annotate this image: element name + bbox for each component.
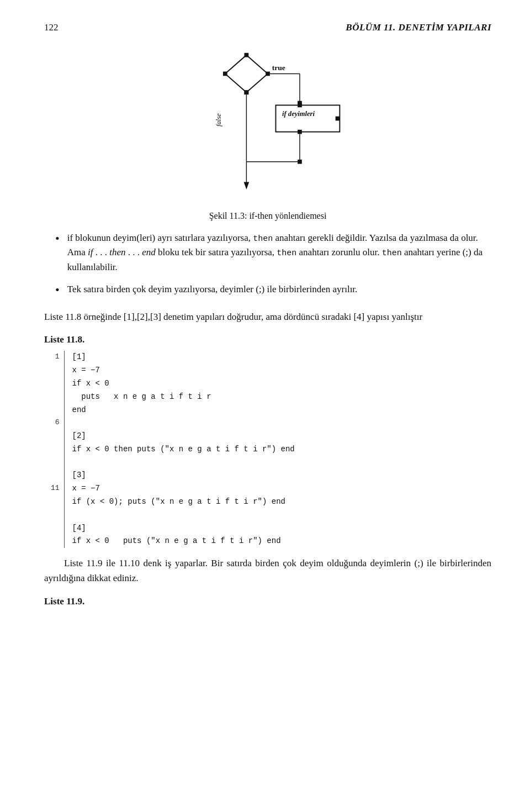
figure-caption: Şekil 11.3: if-then yönlendiemesi — [209, 211, 327, 221]
page-header: 122 BÖLÜM 11. DENETİM YAPILARI — [44, 22, 491, 33]
paragraph-2: Liste 11.9 ile 11.10 denk iş yaparlar. B… — [44, 556, 491, 586]
list-item: • if blokunun deyim(leri) ayrı satırlara… — [55, 231, 491, 275]
code-cell: end — [64, 404, 491, 417]
bullet-text-1: if blokunun deyim(leri) ayrı satırlara y… — [67, 231, 491, 275]
listing-1-label: Liste 11.8. — [44, 334, 491, 345]
code-cell: x = −7 — [64, 482, 491, 495]
svg-marker-21 — [244, 182, 250, 189]
listing-2-label: Liste 11.9. — [44, 596, 491, 607]
code-cell: if x < 0 puts ("x n e g a t i f t i r") … — [64, 535, 491, 548]
svg-rect-13 — [298, 130, 302, 134]
line-number — [44, 522, 64, 535]
bullet-list: • if blokunun deyim(leri) ayrı satırlara… — [55, 231, 491, 299]
code-cell: puts x n e g a t i f t i r — [64, 391, 491, 404]
flowchart-diagram: true if deyimleri false — [190, 50, 345, 204]
svg-text:if deyimleri: if deyimleri — [282, 110, 315, 118]
svg-rect-19 — [245, 90, 249, 94]
svg-text:true: true — [272, 64, 285, 72]
line-number: 11 — [44, 482, 64, 495]
code-cell — [64, 509, 491, 522]
bullet-text-2: Tek satıra birden çok deyim yazılıyorsa,… — [67, 282, 491, 297]
line-number — [44, 495, 64, 509]
line-number — [44, 391, 64, 404]
page-number: 122 — [44, 22, 59, 33]
code-cell: [1] — [64, 351, 491, 364]
code-row: if x < 0 — [44, 377, 491, 391]
code-row: [2] — [44, 430, 491, 443]
code-cell: if x < 0 — [64, 377, 491, 391]
line-number — [44, 456, 64, 470]
code-cell — [64, 416, 491, 430]
code-row: 6 — [44, 416, 491, 430]
svg-marker-0 — [225, 55, 268, 93]
code-row: end — [44, 404, 491, 417]
code-cell — [64, 456, 491, 470]
line-number — [44, 404, 64, 417]
paragraph-1: Liste 11.8 örneğinde [1],[2],[3] denetim… — [44, 309, 491, 324]
svg-rect-4 — [223, 72, 227, 76]
line-number — [44, 535, 64, 548]
code-cell: x = −7 — [64, 364, 491, 377]
code-row: puts x n e g a t i f t i r — [44, 391, 491, 404]
line-number — [44, 430, 64, 443]
code-block-1: 1 [1] x = −7 if x < 0 puts x n e g a t i… — [44, 351, 491, 548]
code-cell: [4] — [64, 522, 491, 535]
code-row — [44, 509, 491, 522]
svg-rect-1 — [245, 53, 249, 57]
list-item: • Tek satıra birden çok deyim yazılıyors… — [55, 282, 491, 299]
code-row: if (x < 0); puts ("x n e g a t i f t i r… — [44, 495, 491, 509]
code-cell: if (x < 0); puts ("x n e g a t i f t i r… — [64, 495, 491, 509]
svg-rect-2 — [266, 72, 270, 76]
chapter-title: BÖLÜM 11. DENETİM YAPILARI — [346, 22, 491, 33]
svg-text:false: false — [215, 113, 222, 126]
code-row: 1 [1] — [44, 351, 491, 364]
code-cell: [3] — [64, 469, 491, 482]
code-cell: if x < 0 then puts ("x n e g a t i f t i… — [64, 443, 491, 456]
code-row: [3] — [44, 469, 491, 482]
code-row — [44, 456, 491, 470]
code-row: [4] — [44, 522, 491, 535]
line-number — [44, 469, 64, 482]
code-row: if x < 0 puts ("x n e g a t i f t i r") … — [44, 535, 491, 548]
code-row: if x < 0 then puts ("x n e g a t i f t i… — [44, 443, 491, 456]
code-row: 11 x = −7 — [44, 482, 491, 495]
line-number: 6 — [44, 416, 64, 430]
figure-container: true if deyimleri false — [44, 50, 491, 221]
svg-rect-12 — [336, 117, 340, 121]
code-cell: [2] — [64, 430, 491, 443]
line-number — [44, 509, 64, 522]
line-number — [44, 364, 64, 377]
code-row: x = −7 — [44, 364, 491, 377]
code-table-1: 1 [1] x = −7 if x < 0 puts x n e g a t i… — [44, 351, 491, 548]
line-number: 1 — [44, 351, 64, 364]
bullet-dot: • — [55, 281, 60, 299]
bullet-dot: • — [55, 229, 60, 248]
line-number — [44, 443, 64, 456]
line-number — [44, 377, 64, 391]
svg-rect-9 — [275, 105, 340, 131]
svg-rect-11 — [298, 103, 302, 108]
page: 122 BÖLÜM 11. DENETİM YAPILARI true if d… — [0, 0, 530, 635]
